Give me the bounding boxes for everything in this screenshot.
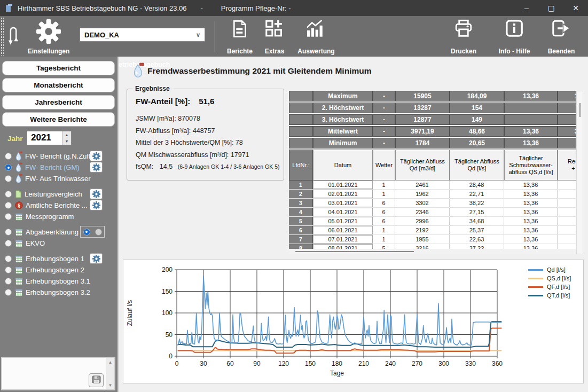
table-row[interactable]: 606.01.20211219225,3713,36 [289, 226, 576, 235]
table-cell: 22,71 [450, 190, 504, 198]
table-cell: 38,22 [450, 199, 504, 207]
table-cell: 05.01.2021 [313, 217, 373, 225]
legend-line [528, 286, 543, 288]
table-row[interactable]: 101.01.20211246128,4813,36 [289, 181, 576, 190]
radio-button[interactable] [5, 153, 12, 160]
column-header: Täglicher Abfluss Qd [l/s] [450, 150, 504, 181]
toggle-radio-off[interactable] [95, 229, 102, 236]
table-row[interactable]: 505.01.20216299634,6813,36 [289, 217, 576, 226]
paragraph-icon: § [15, 201, 23, 209]
summary-value: - [373, 103, 395, 113]
scroll-up-icon[interactable]: ▲ [106, 358, 114, 366]
scroll-down-icon[interactable]: ▼ [106, 381, 114, 389]
maximize-button[interactable]: ▢ [539, 0, 563, 16]
list-item[interactable]: FW- Aus Trinkwasser [0, 173, 119, 184]
legend-line [528, 278, 543, 279]
info-icon [496, 19, 533, 37]
radio-button[interactable] [5, 278, 12, 285]
settings-gear-button[interactable] [90, 200, 103, 210]
toolbar-grip[interactable] [1, 17, 4, 56]
x-axis-label: Tage [330, 370, 344, 377]
radio-button[interactable] [5, 191, 12, 198]
summary-label: Mittelwert [313, 126, 373, 137]
jahr-value: 2021 [27, 131, 62, 145]
radio-button[interactable] [5, 164, 12, 171]
radio-button[interactable] [5, 213, 12, 220]
info-hilfe-button[interactable]: Info - Hilfe [496, 16, 533, 57]
beenden-button[interactable]: Beenden [544, 16, 579, 57]
spinner-down-icon[interactable]: ▼ [62, 138, 71, 145]
table-cell: 1 [373, 226, 395, 234]
list-item[interactable]: FW- Bericht (g.N.Zufl) [0, 151, 119, 162]
fw-anteil: FW-Anteil [%]:51,6 [136, 97, 214, 106]
summary-row: Mittelwert-3971,1948,6613,363 [289, 126, 576, 137]
berichte-button[interactable]: Berichte [224, 16, 255, 57]
spinner-up-icon[interactable]: ▲ [62, 131, 71, 138]
list-item[interactable]: Erhebungsbogen 1 [0, 253, 119, 264]
settings-gear-button[interactable] [90, 189, 103, 199]
list-item-label: EKVO [26, 239, 45, 247]
extras-button[interactable]: Extras [258, 16, 291, 57]
titlebar: Hirthammer SBS Betriebstagebuch NG - Ver… [0, 0, 588, 16]
table-row[interactable]: 202.01.20211196222,7113,36 [289, 190, 576, 199]
radio-button[interactable] [5, 240, 12, 247]
list-item[interactable]: Erhebungsbogen 2 [0, 264, 119, 276]
weitere-berichte-button[interactable]: Weitere Berichte [2, 112, 115, 127]
drucken-button[interactable]: Drucken [448, 16, 480, 57]
monatsbericht-button[interactable]: Monatsbericht [2, 78, 115, 92]
table-row[interactable]: 303.01.20216330238,2213,36 [289, 199, 576, 208]
close-button[interactable]: ✕ [563, 0, 588, 16]
einstellungen-button[interactable]: Einstellungen [26, 16, 72, 57]
settings-gear-button[interactable] [90, 162, 103, 173]
jahr-spinner[interactable]: 2021 ▲ ▼ [27, 131, 72, 145]
report-list: FW- Bericht (g.N.Zufl)FW- Bericht (GM)FW… [0, 151, 119, 298]
list-item[interactable]: Erhebungsbogen 3.2 [0, 287, 119, 298]
summary-value: 48,66 [450, 126, 504, 137]
summary-value: 13287 [395, 103, 450, 113]
table-hscrollbar[interactable] [289, 249, 576, 254]
abgabe-toggle[interactable] [80, 226, 105, 238]
summary-value: 13,36 [504, 91, 558, 101]
svg-text:0: 0 [175, 360, 179, 367]
list-item[interactable]: Leistungsvergleich [0, 189, 119, 200]
jahresbericht-button[interactable]: Jahresbericht [2, 95, 115, 109]
table-row[interactable]: 404.01.20216234627,1513,36 [289, 208, 576, 217]
toggle-radio-on[interactable] [83, 229, 90, 236]
table-row[interactable]: 707.01.20211195522,6313,36 [289, 235, 576, 244]
radio-button[interactable] [5, 229, 12, 236]
summary-value: 12877 [395, 114, 450, 125]
save-button[interactable] [89, 373, 104, 387]
sync-button[interactable] [5, 23, 21, 49]
table-vscrollbar[interactable] [576, 91, 583, 254]
column-header: Wetter [373, 150, 395, 181]
list-item-label: Leistungsvergleich [25, 190, 82, 198]
list-item[interactable]: Messprogramm [0, 211, 119, 222]
table-row[interactable]: 808.01.20215321637,2213,36 [289, 244, 576, 249]
list-item[interactable]: FW- Bericht (GM) [0, 162, 119, 173]
notes-scrollbar[interactable]: ▲ ▼ [106, 358, 114, 389]
svg-text:50: 50 [166, 331, 173, 339]
tagesbericht-button[interactable]: Tagesbericht [2, 61, 115, 75]
summary-row: 2. Höchstwert-13287154 [289, 103, 576, 113]
table-cell: 5 [373, 244, 395, 249]
list-item[interactable]: Abgabeerklärung [0, 226, 119, 238]
radio-button[interactable] [5, 175, 12, 182]
summary-value [558, 114, 576, 125]
betriebstagebuch-select[interactable]: DEMO_KA ∨ [80, 28, 205, 42]
auswertung-button[interactable]: Auswertung [297, 16, 335, 57]
table-cell: 13,36 [504, 217, 558, 225]
ergebnisse-legend: Ergebnisse [132, 85, 173, 92]
radio-button[interactable] [5, 255, 12, 262]
radio-button[interactable] [5, 289, 12, 296]
radio-button[interactable] [5, 266, 12, 273]
table-cell: 13,36 [504, 226, 558, 234]
minimize-button[interactable]: – [514, 0, 539, 16]
settings-gear-button[interactable] [90, 253, 103, 264]
notes-box[interactable]: ▲ ▼ [1, 357, 115, 390]
list-item[interactable]: Erhebungsbogen 3.1 [0, 276, 119, 287]
settings-gear-button[interactable] [90, 151, 103, 161]
radio-button[interactable] [5, 202, 12, 209]
svg-text:30: 30 [200, 360, 207, 367]
list-item[interactable]: §Amtliche Berichte ... [0, 200, 119, 211]
list-item[interactable]: EKVO [0, 238, 119, 249]
